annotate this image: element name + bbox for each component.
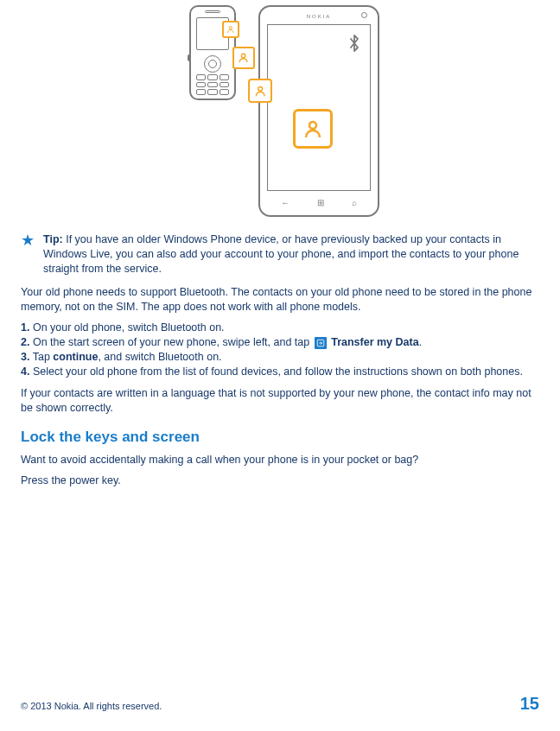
- svg-point-2: [258, 86, 263, 91]
- nav-back-icon: ←: [281, 197, 290, 209]
- contact-transfer-icon: [232, 47, 255, 69]
- paragraph-bluetooth-req: Your old phone needs to support Bluetoot…: [21, 285, 539, 315]
- nav-home-icon: ⊞: [317, 197, 324, 209]
- copyright-text: © 2013 Nokia. All rights reserved.: [21, 700, 162, 713]
- page-number: 15: [520, 692, 539, 715]
- contact-transfer-icon: [222, 21, 239, 38]
- page-footer: © 2013 Nokia. All rights reserved. 15: [21, 692, 539, 715]
- step-1: 1. On your old phone, switch Bluetooth o…: [21, 321, 539, 335]
- svg-point-0: [229, 27, 232, 29]
- transfer-illustration: NOKIA ← ⊞ ⌕: [21, 0, 539, 217]
- bluetooth-icon: [347, 34, 361, 57]
- step-4: 4. Select your old phone from the list o…: [21, 365, 539, 379]
- tip-block: ★ Tip: If you have an older Windows Phon…: [21, 232, 539, 277]
- star-icon: ★: [21, 232, 35, 277]
- nav-search-icon: ⌕: [352, 197, 357, 209]
- step-3: 3. Tap continue, and switch Bluetooth on…: [21, 350, 539, 365]
- svg-point-3: [309, 122, 316, 129]
- contact-transfer-icon: [293, 109, 333, 149]
- transfer-app-icon: [315, 337, 327, 349]
- step-2: 2. On the start screen of your new phone…: [21, 335, 539, 350]
- phone-brand: NOKIA: [307, 13, 332, 20]
- tip-label: Tip:: [43, 233, 63, 245]
- old-phone-graphic: [189, 5, 236, 100]
- tip-text: If you have an older Windows Phone devic…: [43, 233, 519, 275]
- contact-transfer-icon: [248, 79, 272, 103]
- paragraph-language-note: If your contacts are written in a langua…: [21, 386, 539, 416]
- section-lock-p2: Press the power key.: [21, 474, 539, 488]
- section-heading-lock: Lock the keys and screen: [21, 428, 539, 448]
- section-lock-p1: Want to avoid accidentally making a call…: [21, 453, 539, 467]
- svg-point-1: [242, 54, 245, 58]
- steps-list: 1. On your old phone, switch Bluetooth o…: [21, 321, 539, 379]
